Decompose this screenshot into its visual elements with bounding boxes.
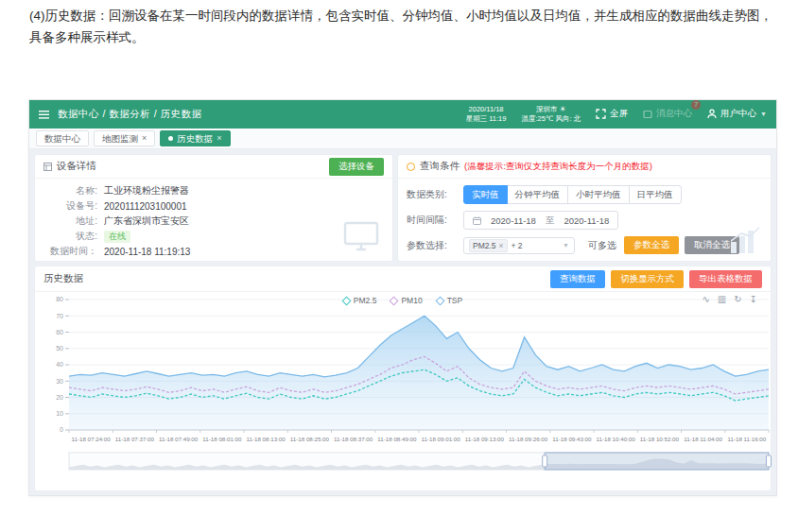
history-panel-title: 历史数据 — [43, 272, 83, 285]
tab-地图监测[interactable]: 地图监测× — [94, 130, 155, 146]
data-category-group: 实时值分钟平均值小时平均值日平均值 — [463, 185, 682, 204]
y-axis-label: 70 — [56, 313, 63, 319]
param-select-label: 参数选择: — [407, 239, 463, 252]
legend-item-TSP[interactable]: TSP — [437, 296, 463, 305]
user-label: 用户中心 — [720, 108, 756, 120]
datazoom-handle-right[interactable] — [767, 455, 772, 467]
query-panel-title: 查询条件 — [420, 160, 460, 173]
select-chevron-icon: ▼ — [563, 242, 569, 249]
tag-close-icon[interactable]: × — [499, 240, 504, 251]
switch-display-button[interactable]: 切换显示方式 — [611, 270, 684, 288]
param-select[interactable]: PM2.5 × + 2 ▼ — [463, 237, 575, 254]
device-panel-icon — [43, 163, 52, 171]
legend-label: PM2.5 — [354, 296, 377, 305]
datazoom-handle-left[interactable] — [543, 455, 547, 467]
message-icon — [643, 110, 652, 119]
device-field-row: 数据时间：2020-11-18 11:19:13 — [35, 244, 392, 259]
query-hint: (温馨提示:查询仅支持查询长度为一个月的数据) — [464, 161, 652, 173]
device-field-row: 状态:在线 — [35, 229, 392, 244]
x-axis-label: 11-18 11:16:00 — [728, 436, 767, 442]
date-range-input[interactable]: 2020-11-18 至 2020-11-18 — [463, 211, 618, 230]
device-fields: 名称:工业环境粉尘报警器设备号:2020111203100001地址:广东省深圳… — [35, 179, 392, 259]
select-device-button[interactable]: 选择设备 — [329, 158, 384, 176]
data-category-label: 数据类别: — [407, 188, 463, 201]
user-center-button[interactable]: 用户中心 ▼ — [707, 108, 767, 120]
tab-bar: 数据中心地图监测×历史数据× — [29, 129, 776, 149]
menu-icon[interactable] — [39, 111, 49, 119]
tab-历史数据[interactable]: 历史数据× — [160, 130, 230, 146]
weather-detail: 温度:25℃ 风向: 北 — [521, 114, 581, 124]
content-area: 设备详情 选择设备 名称:工业环境粉尘报警器设备号:20201112031000… — [29, 149, 776, 496]
monitor-icon — [343, 221, 379, 255]
device-field-label: 状态: — [35, 230, 97, 243]
query-data-button[interactable]: 查询数据 — [550, 270, 605, 288]
y-axis-label: 10 — [56, 410, 63, 417]
time-range-row: 时间间隔: 2020-11-18 至 2020-11-18 — [398, 211, 771, 230]
tab-数据中心[interactable]: 数据中心 — [36, 130, 89, 146]
y-axis-label: 20 — [56, 394, 63, 401]
time-range-label: 时间间隔: — [407, 214, 463, 227]
chart-toolbox: ∿▥↻↧ — [702, 294, 757, 304]
device-field-row: 设备号:2020111203100001 — [35, 198, 392, 214]
message-center-button[interactable]: 消息中心 7 — [643, 108, 692, 120]
message-label: 消息中心 — [656, 108, 692, 120]
device-details-panel: 设备详情 选择设备 名称:工业环境粉尘报警器设备号:20201112031000… — [35, 155, 392, 261]
history-data-panel: 历史数据 查询数据切换显示方式导出表格数据 PM2.5PM10TSP ∿▥↻↧ … — [35, 266, 771, 490]
x-axis-label: 11-18 11:04:00 — [684, 436, 722, 442]
x-axis-label: 11-18 08:25:00 — [290, 436, 330, 442]
fullscreen-button[interactable]: 全屏 — [596, 108, 628, 120]
param-select-row: 参数选择: PM2.5 × + 2 ▼ 可多选 参数全选 取消全选 — [398, 236, 771, 254]
x-axis-label: 11-18 07:37:00 — [115, 436, 155, 442]
x-axis-label: 11-18 08:13:00 — [247, 436, 286, 442]
y-axis-label: 30 — [56, 378, 63, 385]
polyline-tool-icon[interactable]: ∿ — [702, 294, 709, 304]
breadcrumb: 数据中心 / 数据分析 / 历史数据 — [58, 108, 202, 121]
bar-chart-icon — [729, 227, 761, 257]
legend-marker-icon — [390, 296, 399, 305]
query-panel-icon — [407, 163, 415, 171]
datazoom-window[interactable] — [545, 453, 769, 470]
device-field-row: 名称:工业环境粉尘报警器 — [35, 183, 392, 198]
legend-marker-icon — [341, 296, 351, 305]
tab-close-icon[interactable]: × — [217, 132, 221, 145]
fullscreen-icon — [596, 109, 606, 119]
multi-select-hint: 可多选 — [588, 239, 616, 252]
restore-tool-icon[interactable]: ↻ — [734, 294, 741, 304]
fullscreen-label: 全屏 — [610, 108, 628, 120]
legend-item-PM2.5[interactable]: PM2.5 — [343, 296, 377, 305]
status-badge: 在线 — [104, 231, 130, 243]
date-end-value[interactable]: 2020-11-18 — [564, 215, 609, 226]
notification-badge: 7 — [691, 100, 701, 110]
save-image-tool-icon[interactable]: ↧ — [750, 294, 757, 304]
series-area-TSP — [69, 316, 769, 430]
legend-label: TSP — [447, 296, 463, 305]
category-button-小时平均值[interactable]: 小时平均值 — [567, 185, 630, 204]
device-panel-header: 设备详情 选择设备 — [35, 155, 392, 179]
date-start-value[interactable]: 2020-11-18 — [491, 215, 536, 226]
export-table-button[interactable]: 导出表格数据 — [689, 270, 762, 288]
x-axis-label: 11-18 09:13:00 — [465, 436, 505, 442]
param-more-count: + 2 — [512, 241, 523, 250]
header-weather: 深圳市 ☀ 温度:25℃ 风向: 北 — [521, 105, 581, 125]
x-axis-label: 11-18 08:49:00 — [377, 436, 417, 442]
legend-item-PM10[interactable]: PM10 — [390, 296, 422, 305]
history-line-chart: 0102030405060708011-18 07:24:0011-18 07:… — [43, 292, 776, 481]
select-all-params-button[interactable]: 参数全选 — [624, 236, 679, 254]
x-axis-label: 11-18 07:24:00 — [72, 436, 112, 442]
y-axis-label: 40 — [56, 361, 63, 368]
tab-close-icon[interactable]: × — [142, 132, 147, 145]
history-buttons: 查询数据切换显示方式导出表格数据 — [550, 270, 762, 288]
x-axis-label: 11-18 09:01:00 — [422, 436, 461, 442]
calendar-icon — [473, 216, 481, 225]
device-field-label: 设备号: — [35, 199, 97, 213]
category-button-实时值[interactable]: 实时值 — [463, 185, 508, 204]
category-button-分钟平均值[interactable]: 分钟平均值 — [507, 185, 569, 204]
category-button-日平均值[interactable]: 日平均值 — [629, 185, 682, 204]
legend-label: PM10 — [401, 296, 422, 305]
device-field-label: 数据时间： — [35, 245, 97, 258]
legend-marker-icon — [435, 296, 444, 305]
header-weekday-time: 星期三 11:19 — [466, 114, 507, 124]
history-panel-header: 历史数据 查询数据切换显示方式导出表格数据 — [35, 266, 771, 292]
tab-label: 历史数据 — [177, 132, 213, 145]
bar-tool-icon[interactable]: ▥ — [718, 294, 726, 304]
